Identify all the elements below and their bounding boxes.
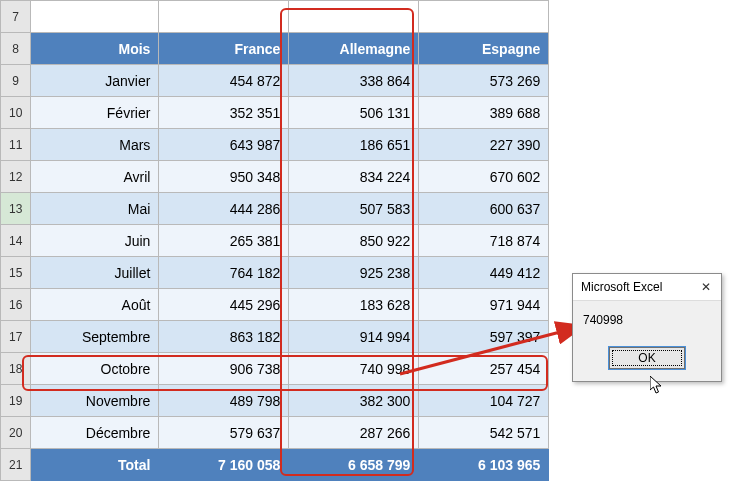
cell-value[interactable]: 971 944 bbox=[419, 289, 549, 321]
cell-value[interactable]: 449 412 bbox=[419, 257, 549, 289]
cell-value[interactable]: 597 397 bbox=[419, 321, 549, 353]
cell-value[interactable]: 863 182 bbox=[159, 321, 289, 353]
row-header[interactable]: 11 bbox=[1, 129, 31, 161]
cell-month[interactable]: Novembre bbox=[31, 385, 159, 417]
header-allemagne[interactable]: Allemagne bbox=[289, 33, 419, 65]
row-header[interactable]: 16 bbox=[1, 289, 31, 321]
cell-month[interactable]: Janvier bbox=[31, 65, 159, 97]
cell-value[interactable]: 104 727 bbox=[419, 385, 549, 417]
ok-button[interactable]: OK bbox=[609, 347, 685, 369]
cell-month[interactable]: Août bbox=[31, 289, 159, 321]
table-row: 9Janvier454 872338 864573 269 bbox=[1, 65, 549, 97]
row-header[interactable]: 7 bbox=[1, 1, 31, 33]
cell-value[interactable]: 600 637 bbox=[419, 193, 549, 225]
table-row: 13Mai444 286507 583600 637 bbox=[1, 193, 549, 225]
row-header[interactable]: 17 bbox=[1, 321, 31, 353]
messagebox: Microsoft Excel ✕ 740998 OK bbox=[572, 273, 722, 382]
cell-value[interactable]: 389 688 bbox=[419, 97, 549, 129]
row-header[interactable]: 21 bbox=[1, 449, 31, 481]
table-row: 12Avril950 348834 224670 602 bbox=[1, 161, 549, 193]
cell-value[interactable]: 914 994 bbox=[289, 321, 419, 353]
cell-value[interactable]: 489 798 bbox=[159, 385, 289, 417]
messagebox-titlebar[interactable]: Microsoft Excel ✕ bbox=[573, 274, 721, 301]
cell-value[interactable]: 186 651 bbox=[289, 129, 419, 161]
header-espagne[interactable]: Espagne bbox=[419, 33, 549, 65]
cell-month[interactable]: Mai bbox=[31, 193, 159, 225]
cell-value[interactable]: 764 182 bbox=[159, 257, 289, 289]
cell-total[interactable]: 7 160 058 bbox=[159, 449, 289, 481]
table-row: 19Novembre489 798382 300104 727 bbox=[1, 385, 549, 417]
cell-total[interactable]: 6 658 799 bbox=[289, 449, 419, 481]
row-header[interactable]: 19 bbox=[1, 385, 31, 417]
cell-value[interactable]: 950 348 bbox=[159, 161, 289, 193]
row-header[interactable]: 14 bbox=[1, 225, 31, 257]
table-row: 15Juillet764 182925 238449 412 bbox=[1, 257, 549, 289]
cell-value[interactable]: 445 296 bbox=[159, 289, 289, 321]
close-icon[interactable]: ✕ bbox=[695, 278, 717, 296]
cell-value[interactable]: 183 628 bbox=[289, 289, 419, 321]
cell-value[interactable]: 925 238 bbox=[289, 257, 419, 289]
cell-month[interactable]: Décembre bbox=[31, 417, 159, 449]
cell-value[interactable]: 850 922 bbox=[289, 225, 419, 257]
cell-value[interactable]: 573 269 bbox=[419, 65, 549, 97]
table-row: 11Mars643 987186 651227 390 bbox=[1, 129, 549, 161]
cell-value[interactable]: 579 637 bbox=[159, 417, 289, 449]
row-header[interactable]: 8 bbox=[1, 33, 31, 65]
table-row: 17Septembre863 182914 994597 397 bbox=[1, 321, 549, 353]
cell-value[interactable]: 834 224 bbox=[289, 161, 419, 193]
table-row-total: 21Total7 160 0586 658 7996 103 965 bbox=[1, 449, 549, 481]
cell-value[interactable]: 507 583 bbox=[289, 193, 419, 225]
cell-value[interactable]: 906 738 bbox=[159, 353, 289, 385]
cell-empty[interactable] bbox=[419, 1, 549, 33]
table-row: 18Octobre906 738740 998257 454 bbox=[1, 353, 549, 385]
row-header[interactable]: 9 bbox=[1, 65, 31, 97]
cell-value[interactable]: 506 131 bbox=[289, 97, 419, 129]
cell-month[interactable]: Septembre bbox=[31, 321, 159, 353]
table-row: 14Juin265 381850 922718 874 bbox=[1, 225, 549, 257]
row-header[interactable]: 12 bbox=[1, 161, 31, 193]
cell-value[interactable]: 287 266 bbox=[289, 417, 419, 449]
cell-value[interactable]: 444 286 bbox=[159, 193, 289, 225]
cell-month[interactable]: Octobre bbox=[31, 353, 159, 385]
messagebox-title: Microsoft Excel bbox=[581, 280, 662, 294]
cell-value[interactable]: 227 390 bbox=[419, 129, 549, 161]
cell-value[interactable]: 542 571 bbox=[419, 417, 549, 449]
row-header[interactable]: 13 bbox=[1, 193, 31, 225]
cell-month[interactable]: Juillet bbox=[31, 257, 159, 289]
cell-total[interactable]: 6 103 965 bbox=[419, 449, 549, 481]
spreadsheet-table[interactable]: 7 8 Mois France Allemagne Espagne 9Janvi… bbox=[0, 0, 549, 481]
cell-month[interactable]: Février bbox=[31, 97, 159, 129]
cell-value[interactable]: 257 454 bbox=[419, 353, 549, 385]
header-mois[interactable]: Mois bbox=[31, 33, 159, 65]
table-row: 20Décembre579 637287 266542 571 bbox=[1, 417, 549, 449]
cell-value[interactable]: 718 874 bbox=[419, 225, 549, 257]
cell-empty[interactable] bbox=[31, 1, 159, 33]
cell-month[interactable]: Juin bbox=[31, 225, 159, 257]
cell-total-label[interactable]: Total bbox=[31, 449, 159, 481]
row-header[interactable]: 10 bbox=[1, 97, 31, 129]
table-row: 10Février352 351506 131389 688 bbox=[1, 97, 549, 129]
row-header[interactable]: 20 bbox=[1, 417, 31, 449]
cell-value[interactable]: 265 381 bbox=[159, 225, 289, 257]
messagebox-body: 740998 bbox=[573, 301, 721, 341]
cell-empty[interactable] bbox=[159, 1, 289, 33]
cell-empty[interactable] bbox=[289, 1, 419, 33]
cell-month[interactable]: Mars bbox=[31, 129, 159, 161]
cell-value[interactable]: 338 864 bbox=[289, 65, 419, 97]
cell-value[interactable]: 382 300 bbox=[289, 385, 419, 417]
cell-value[interactable]: 454 872 bbox=[159, 65, 289, 97]
row-header[interactable]: 15 bbox=[1, 257, 31, 289]
row-header[interactable]: 18 bbox=[1, 353, 31, 385]
header-france[interactable]: France bbox=[159, 33, 289, 65]
cell-month[interactable]: Avril bbox=[31, 161, 159, 193]
table-row: 16Août445 296183 628971 944 bbox=[1, 289, 549, 321]
cell-value[interactable]: 740 998 bbox=[289, 353, 419, 385]
cell-value[interactable]: 643 987 bbox=[159, 129, 289, 161]
cell-value[interactable]: 352 351 bbox=[159, 97, 289, 129]
cell-value[interactable]: 670 602 bbox=[419, 161, 549, 193]
